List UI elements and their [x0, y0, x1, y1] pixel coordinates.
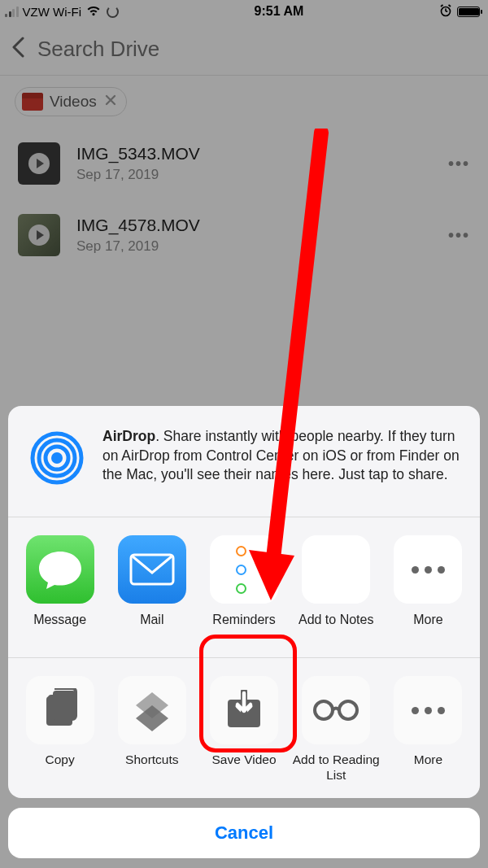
action-reading-list[interactable]: Add to Reading List — [293, 676, 380, 783]
more-icon — [394, 535, 462, 604]
action-label: Shortcuts — [125, 752, 178, 783]
reading-list-icon — [302, 676, 370, 744]
app-label: Reminders — [212, 612, 275, 643]
airdrop-icon — [26, 427, 88, 492]
app-label: Add to Notes — [298, 612, 374, 643]
notes-app-icon — [302, 535, 370, 604]
shortcuts-icon — [118, 676, 186, 744]
more-icon — [394, 676, 462, 744]
airdrop-text: AirDrop. Share instantly with people nea… — [102, 427, 462, 492]
share-app-reminders[interactable]: Reminders — [200, 535, 287, 643]
action-more[interactable]: More — [385, 676, 472, 783]
share-app-message[interactable]: Message — [16, 535, 103, 643]
app-label: Mail — [140, 612, 163, 643]
airdrop-section[interactable]: AirDrop. Share instantly with people nea… — [8, 406, 480, 517]
action-copy[interactable]: Copy — [16, 676, 103, 783]
cancel-button[interactable]: Cancel — [8, 808, 480, 858]
share-actions-row: Copy Shortcuts Save Video Add to Reading… — [8, 658, 480, 798]
share-app-notes[interactable]: Add to Notes — [293, 535, 380, 643]
action-label: Copy — [46, 752, 75, 783]
share-sheet: AirDrop. Share instantly with people nea… — [8, 406, 480, 858]
save-video-icon — [210, 676, 278, 744]
action-save-video[interactable]: Save Video — [200, 676, 287, 783]
reminders-app-icon — [210, 535, 278, 604]
share-app-mail[interactable]: Mail — [108, 535, 195, 643]
action-label: Add to Reading List — [293, 752, 380, 783]
mail-app-icon — [118, 535, 186, 604]
svg-point-5 — [51, 452, 63, 464]
message-app-icon — [26, 535, 94, 604]
copy-icon — [26, 676, 94, 744]
action-label: Save Video — [212, 752, 277, 783]
app-label: Message — [33, 612, 86, 643]
action-label: More — [414, 752, 442, 783]
svg-rect-11 — [53, 691, 76, 720]
svg-point-13 — [315, 701, 333, 719]
svg-point-14 — [339, 701, 357, 719]
share-app-more[interactable]: More — [385, 535, 472, 643]
app-label: More — [413, 612, 442, 643]
action-shortcuts[interactable]: Shortcuts — [108, 676, 195, 783]
share-apps-row: Message Mail Reminders — [8, 517, 480, 657]
